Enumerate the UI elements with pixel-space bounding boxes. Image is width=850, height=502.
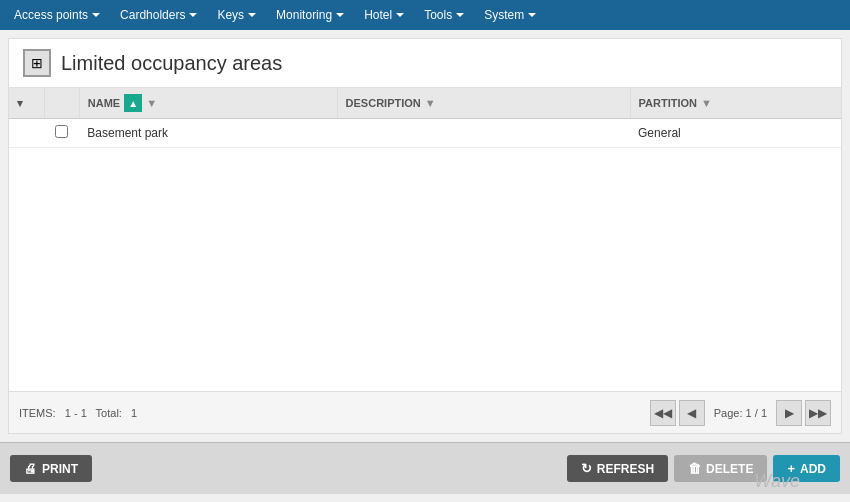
table-row: Basement park General bbox=[9, 119, 841, 148]
nav-monitoring[interactable]: Monitoring bbox=[266, 0, 354, 30]
expand-toggle[interactable]: ▾ bbox=[17, 97, 23, 110]
print-button[interactable]: 🖨 PRINT bbox=[10, 455, 92, 482]
add-icon: + bbox=[787, 461, 795, 476]
total-value: 1 bbox=[131, 407, 137, 419]
table-header-row: ▾ NAME ▲ ▼ DESCRIPTION bbox=[9, 88, 841, 119]
nav-keys[interactable]: Keys bbox=[207, 0, 266, 30]
hotel-caret bbox=[396, 13, 404, 17]
pagination-bar: ITEMS: 1 - 1 Total: 1 ◀◀ ◀ Page: 1 / 1 ▶… bbox=[9, 391, 841, 433]
tools-caret bbox=[456, 13, 464, 17]
items-range: 1 - 1 bbox=[65, 407, 87, 419]
th-check bbox=[44, 88, 79, 119]
refresh-button[interactable]: ↻ REFRESH bbox=[567, 455, 668, 482]
keys-caret bbox=[248, 13, 256, 17]
row-expand-cell bbox=[9, 119, 44, 148]
row-checkbox[interactable] bbox=[55, 125, 68, 138]
nav-system[interactable]: System bbox=[474, 0, 546, 30]
delete-button[interactable]: 🗑 DELETE bbox=[674, 455, 767, 482]
print-icon: 🖨 bbox=[24, 461, 37, 476]
page-icon: ⊞ bbox=[23, 49, 51, 77]
th-partition: PARTITION ▼ bbox=[630, 88, 841, 119]
partition-filter-icon[interactable]: ▼ bbox=[701, 97, 712, 109]
th-expand: ▾ bbox=[9, 88, 44, 119]
navbar: Access points Cardholders Keys Monitorin… bbox=[0, 0, 850, 30]
refresh-icon: ↻ bbox=[581, 461, 592, 476]
row-partition-cell: General bbox=[630, 119, 841, 148]
bottom-toolbar: 🖨 PRINT ↻ REFRESH 🗑 DELETE + ADD bbox=[0, 442, 850, 494]
delete-icon: 🗑 bbox=[688, 461, 701, 476]
row-check-cell[interactable] bbox=[44, 119, 79, 148]
th-name: NAME ▲ ▼ bbox=[79, 88, 337, 119]
total-label: Total: bbox=[96, 407, 122, 419]
page-title-bar: ⊞ Limited occupancy areas bbox=[9, 39, 841, 88]
name-filter-icon[interactable]: ▼ bbox=[146, 97, 157, 109]
add-button[interactable]: + ADD bbox=[773, 455, 840, 482]
table-container: ▾ NAME ▲ ▼ DESCRIPTION bbox=[9, 88, 841, 391]
items-info: ITEMS: 1 - 1 Total: 1 bbox=[19, 407, 143, 419]
prev-page-button[interactable]: ◀ bbox=[679, 400, 705, 426]
current-page: 1 / 1 bbox=[746, 407, 767, 419]
page-label: Page: 1 / 1 bbox=[714, 407, 767, 419]
monitoring-caret bbox=[336, 13, 344, 17]
nav-access-points[interactable]: Access points bbox=[4, 0, 110, 30]
first-page-button[interactable]: ◀◀ bbox=[650, 400, 676, 426]
system-caret bbox=[528, 13, 536, 17]
nav-tools[interactable]: Tools bbox=[414, 0, 474, 30]
name-sort-button[interactable]: ▲ bbox=[124, 94, 142, 112]
access-points-caret bbox=[92, 13, 100, 17]
main-content: ⊞ Limited occupancy areas ▾ NAME ▲ bbox=[8, 38, 842, 434]
th-description: DESCRIPTION ▼ bbox=[337, 88, 630, 119]
row-name-cell: Basement park bbox=[79, 119, 337, 148]
row-desc-cell bbox=[337, 119, 630, 148]
next-page-button[interactable]: ▶ bbox=[776, 400, 802, 426]
desc-filter-icon[interactable]: ▼ bbox=[425, 97, 436, 109]
items-label: ITEMS: bbox=[19, 407, 56, 419]
data-table: ▾ NAME ▲ ▼ DESCRIPTION bbox=[9, 88, 841, 148]
nav-hotel[interactable]: Hotel bbox=[354, 0, 414, 30]
cardholders-caret bbox=[189, 13, 197, 17]
last-page-button[interactable]: ▶▶ bbox=[805, 400, 831, 426]
toolbar-right-buttons: ↻ REFRESH 🗑 DELETE + ADD bbox=[567, 455, 840, 482]
nav-cardholders[interactable]: Cardholders bbox=[110, 0, 207, 30]
page-controls: ◀◀ ◀ Page: 1 / 1 ▶ ▶▶ bbox=[650, 400, 831, 426]
page-title: Limited occupancy areas bbox=[61, 52, 282, 75]
